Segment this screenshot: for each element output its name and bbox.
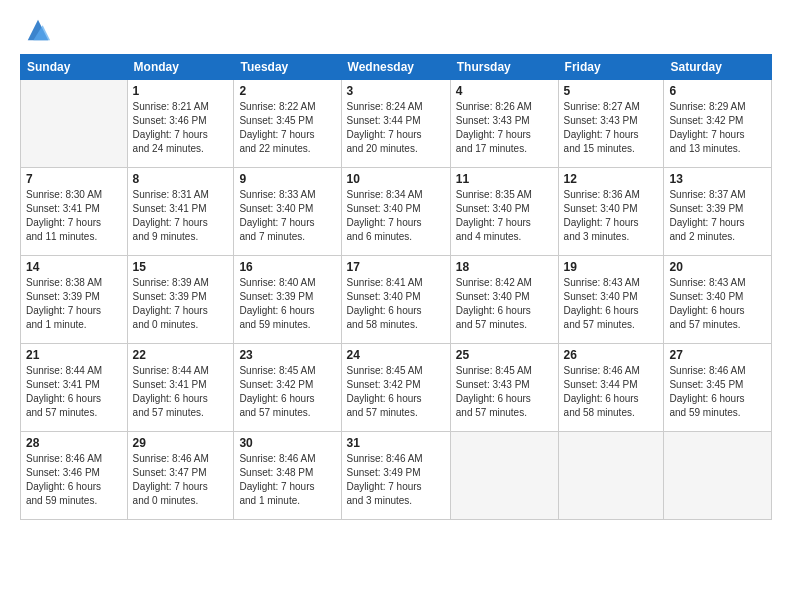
day-number: 15 [133, 260, 229, 274]
day-number: 20 [669, 260, 766, 274]
calendar-day-cell [664, 432, 772, 520]
calendar-day-cell: 3Sunrise: 8:24 AM Sunset: 3:44 PM Daylig… [341, 80, 450, 168]
day-info: Sunrise: 8:46 AM Sunset: 3:45 PM Dayligh… [669, 364, 766, 420]
calendar-day-cell: 24Sunrise: 8:45 AM Sunset: 3:42 PM Dayli… [341, 344, 450, 432]
calendar-day-cell: 23Sunrise: 8:45 AM Sunset: 3:42 PM Dayli… [234, 344, 341, 432]
day-info: Sunrise: 8:22 AM Sunset: 3:45 PM Dayligh… [239, 100, 335, 156]
day-number: 19 [564, 260, 659, 274]
day-number: 12 [564, 172, 659, 186]
header [20, 16, 772, 44]
weekday-header: Monday [127, 55, 234, 80]
calendar-day-cell: 16Sunrise: 8:40 AM Sunset: 3:39 PM Dayli… [234, 256, 341, 344]
weekday-header: Friday [558, 55, 664, 80]
calendar-day-cell: 7Sunrise: 8:30 AM Sunset: 3:41 PM Daylig… [21, 168, 128, 256]
day-number: 30 [239, 436, 335, 450]
weekday-header: Tuesday [234, 55, 341, 80]
calendar-day-cell: 28Sunrise: 8:46 AM Sunset: 3:46 PM Dayli… [21, 432, 128, 520]
day-info: Sunrise: 8:26 AM Sunset: 3:43 PM Dayligh… [456, 100, 553, 156]
calendar-week-row: 28Sunrise: 8:46 AM Sunset: 3:46 PM Dayli… [21, 432, 772, 520]
day-number: 5 [564, 84, 659, 98]
day-number: 25 [456, 348, 553, 362]
calendar-day-cell: 21Sunrise: 8:44 AM Sunset: 3:41 PM Dayli… [21, 344, 128, 432]
day-info: Sunrise: 8:42 AM Sunset: 3:40 PM Dayligh… [456, 276, 553, 332]
day-number: 14 [26, 260, 122, 274]
day-number: 6 [669, 84, 766, 98]
day-number: 16 [239, 260, 335, 274]
day-info: Sunrise: 8:29 AM Sunset: 3:42 PM Dayligh… [669, 100, 766, 156]
day-number: 28 [26, 436, 122, 450]
calendar-day-cell [21, 80, 128, 168]
day-number: 27 [669, 348, 766, 362]
calendar-day-cell: 8Sunrise: 8:31 AM Sunset: 3:41 PM Daylig… [127, 168, 234, 256]
logo-icon [24, 16, 52, 44]
day-info: Sunrise: 8:31 AM Sunset: 3:41 PM Dayligh… [133, 188, 229, 244]
calendar-day-cell: 19Sunrise: 8:43 AM Sunset: 3:40 PM Dayli… [558, 256, 664, 344]
weekday-header: Sunday [21, 55, 128, 80]
day-number: 11 [456, 172, 553, 186]
day-number: 17 [347, 260, 445, 274]
calendar-day-cell: 6Sunrise: 8:29 AM Sunset: 3:42 PM Daylig… [664, 80, 772, 168]
day-number: 29 [133, 436, 229, 450]
day-number: 7 [26, 172, 122, 186]
calendar-day-cell: 18Sunrise: 8:42 AM Sunset: 3:40 PM Dayli… [450, 256, 558, 344]
calendar-day-cell: 22Sunrise: 8:44 AM Sunset: 3:41 PM Dayli… [127, 344, 234, 432]
day-number: 2 [239, 84, 335, 98]
day-info: Sunrise: 8:39 AM Sunset: 3:39 PM Dayligh… [133, 276, 229, 332]
day-number: 24 [347, 348, 445, 362]
day-info: Sunrise: 8:46 AM Sunset: 3:44 PM Dayligh… [564, 364, 659, 420]
calendar-day-cell: 4Sunrise: 8:26 AM Sunset: 3:43 PM Daylig… [450, 80, 558, 168]
weekday-header: Wednesday [341, 55, 450, 80]
day-info: Sunrise: 8:36 AM Sunset: 3:40 PM Dayligh… [564, 188, 659, 244]
day-info: Sunrise: 8:46 AM Sunset: 3:48 PM Dayligh… [239, 452, 335, 508]
day-number: 4 [456, 84, 553, 98]
calendar-day-cell: 30Sunrise: 8:46 AM Sunset: 3:48 PM Dayli… [234, 432, 341, 520]
day-number: 18 [456, 260, 553, 274]
day-info: Sunrise: 8:40 AM Sunset: 3:39 PM Dayligh… [239, 276, 335, 332]
day-number: 23 [239, 348, 335, 362]
day-info: Sunrise: 8:45 AM Sunset: 3:42 PM Dayligh… [347, 364, 445, 420]
calendar-day-cell: 5Sunrise: 8:27 AM Sunset: 3:43 PM Daylig… [558, 80, 664, 168]
day-info: Sunrise: 8:45 AM Sunset: 3:42 PM Dayligh… [239, 364, 335, 420]
calendar-week-row: 1Sunrise: 8:21 AM Sunset: 3:46 PM Daylig… [21, 80, 772, 168]
day-info: Sunrise: 8:34 AM Sunset: 3:40 PM Dayligh… [347, 188, 445, 244]
calendar-day-cell: 17Sunrise: 8:41 AM Sunset: 3:40 PM Dayli… [341, 256, 450, 344]
calendar-day-cell: 12Sunrise: 8:36 AM Sunset: 3:40 PM Dayli… [558, 168, 664, 256]
day-number: 1 [133, 84, 229, 98]
day-number: 3 [347, 84, 445, 98]
day-number: 13 [669, 172, 766, 186]
calendar-day-cell: 25Sunrise: 8:45 AM Sunset: 3:43 PM Dayli… [450, 344, 558, 432]
day-info: Sunrise: 8:38 AM Sunset: 3:39 PM Dayligh… [26, 276, 122, 332]
weekday-header: Saturday [664, 55, 772, 80]
day-number: 8 [133, 172, 229, 186]
day-info: Sunrise: 8:46 AM Sunset: 3:47 PM Dayligh… [133, 452, 229, 508]
day-number: 9 [239, 172, 335, 186]
day-number: 22 [133, 348, 229, 362]
calendar-day-cell [450, 432, 558, 520]
calendar-day-cell: 26Sunrise: 8:46 AM Sunset: 3:44 PM Dayli… [558, 344, 664, 432]
day-info: Sunrise: 8:37 AM Sunset: 3:39 PM Dayligh… [669, 188, 766, 244]
calendar-day-cell: 20Sunrise: 8:43 AM Sunset: 3:40 PM Dayli… [664, 256, 772, 344]
weekday-header: Thursday [450, 55, 558, 80]
calendar-day-cell: 27Sunrise: 8:46 AM Sunset: 3:45 PM Dayli… [664, 344, 772, 432]
calendar-day-cell: 10Sunrise: 8:34 AM Sunset: 3:40 PM Dayli… [341, 168, 450, 256]
calendar-day-cell: 14Sunrise: 8:38 AM Sunset: 3:39 PM Dayli… [21, 256, 128, 344]
day-info: Sunrise: 8:45 AM Sunset: 3:43 PM Dayligh… [456, 364, 553, 420]
day-number: 26 [564, 348, 659, 362]
calendar-table: SundayMondayTuesdayWednesdayThursdayFrid… [20, 54, 772, 520]
day-info: Sunrise: 8:24 AM Sunset: 3:44 PM Dayligh… [347, 100, 445, 156]
day-info: Sunrise: 8:30 AM Sunset: 3:41 PM Dayligh… [26, 188, 122, 244]
day-number: 31 [347, 436, 445, 450]
day-info: Sunrise: 8:44 AM Sunset: 3:41 PM Dayligh… [133, 364, 229, 420]
day-number: 10 [347, 172, 445, 186]
calendar-week-row: 7Sunrise: 8:30 AM Sunset: 3:41 PM Daylig… [21, 168, 772, 256]
day-info: Sunrise: 8:33 AM Sunset: 3:40 PM Dayligh… [239, 188, 335, 244]
day-info: Sunrise: 8:43 AM Sunset: 3:40 PM Dayligh… [564, 276, 659, 332]
logo [20, 16, 52, 44]
calendar-week-row: 14Sunrise: 8:38 AM Sunset: 3:39 PM Dayli… [21, 256, 772, 344]
page: SundayMondayTuesdayWednesdayThursdayFrid… [0, 0, 792, 612]
calendar-day-cell: 13Sunrise: 8:37 AM Sunset: 3:39 PM Dayli… [664, 168, 772, 256]
day-info: Sunrise: 8:43 AM Sunset: 3:40 PM Dayligh… [669, 276, 766, 332]
day-info: Sunrise: 8:35 AM Sunset: 3:40 PM Dayligh… [456, 188, 553, 244]
day-info: Sunrise: 8:27 AM Sunset: 3:43 PM Dayligh… [564, 100, 659, 156]
calendar-day-cell: 11Sunrise: 8:35 AM Sunset: 3:40 PM Dayli… [450, 168, 558, 256]
